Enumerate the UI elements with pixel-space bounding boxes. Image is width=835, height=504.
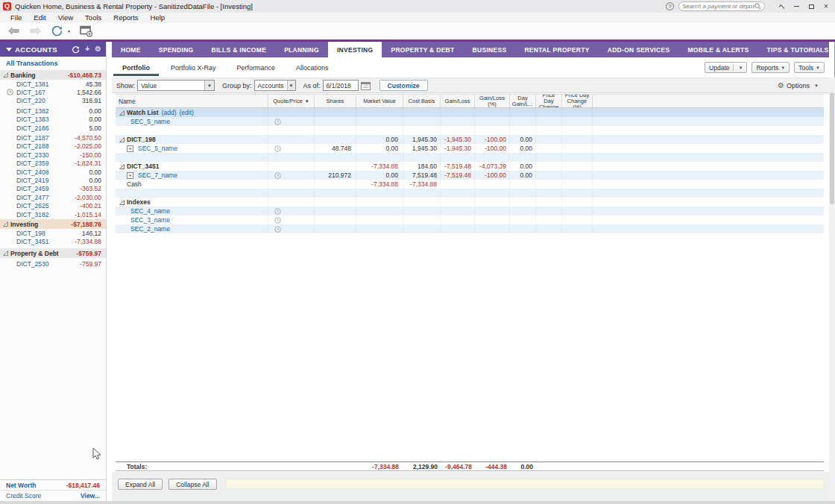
tab-mobile-alerts[interactable]: MOBILE & ALERTS [678,42,757,57]
sidebar-account-row[interactable]: DICT_24190.00 [0,176,106,184]
collapse-all-button[interactable]: Collapse All [168,479,216,490]
table-row-cash[interactable]: Cash -7,334.88 -7,334.88 [116,180,824,189]
col-market-value[interactable]: Market Value [356,95,403,107]
quote-status-icon[interactable] [274,217,281,224]
expand-plus-icon[interactable]: + [127,145,133,152]
sidebar-group-property-debt[interactable]: Property & Debt -$759.97 [0,248,106,258]
one-step-update-button[interactable] [51,25,63,37]
col-price-day-change[interactable]: Price Day Change [536,95,562,107]
net-worth-row[interactable]: Net Worth -$18,417.46 [0,480,106,491]
add-account-icon[interactable]: + [85,45,89,53]
table-row-security[interactable]: SEC_4_name [116,207,824,215]
table-row-security[interactable]: SEC_2_name [116,224,824,233]
table-row-security[interactable]: SEC_5_name [116,117,824,126]
refresh-accounts-icon[interactable] [72,45,80,54]
table-row-account-group[interactable]: DICT_3451 -7,334.88 184.60 -7,519.48 -4,… [116,162,824,171]
update-button[interactable]: Update▼ [705,62,747,73]
minimize-button[interactable] [790,1,802,11]
customize-button[interactable]: Customize [379,80,428,91]
sidebar-account-row[interactable]: DICT_2625-400.21 [0,201,106,210]
sidebar-account-row[interactable]: DICT_24080.00 [0,168,106,176]
sidebar-group-banking[interactable]: Banking -$10,468.73 [0,70,106,80]
credit-score-row[interactable]: Credit Score View... [0,491,106,501]
restore-button[interactable] [805,1,817,11]
sidebar-account-row[interactable]: DICT_2187-4,570.50 [0,133,106,142]
expand-all-button[interactable]: Expand All [118,479,163,490]
options-button[interactable]: ⚙ Options ▼ [778,82,819,89]
tab-tips-tutorials[interactable]: TIPS & TUTORIALS [758,42,835,57]
show-select[interactable]: Value ▼ [137,80,215,91]
row-name[interactable]: SEC_7_name [138,171,177,179]
close-button[interactable]: × [820,1,832,11]
col-quote-price[interactable]: Quote/Price▼ [268,95,315,107]
tab-business[interactable]: BUSINESS [464,42,516,57]
collapse-triangle-icon[interactable] [119,137,125,142]
all-transactions-link[interactable]: All Transactions [0,57,106,69]
collapse-chevron-button[interactable] [775,1,787,11]
add-link[interactable]: (add) [162,109,177,116]
table-row-security[interactable]: +SEC_5_name 48.748 0.00 1,945.30 -1,945.… [116,144,824,153]
vertical-scrollbar[interactable] [829,78,835,501]
tab-rental-property[interactable]: RENTAL PROPERTY [515,42,598,57]
reports-button[interactable]: Reports▼ [752,62,790,73]
quote-status-icon[interactable] [274,172,281,179]
group-by-select[interactable]: Accounts ▼ [254,80,296,91]
sidebar-account-row[interactable]: DICT_2188-2,025.00 [0,142,106,151]
sidebar-account-row[interactable]: DICT_3451-7,334.88 [0,238,106,246]
sidebar-account-row[interactable]: DICT_1671,542.66 [0,88,106,96]
table-row-account-group[interactable]: DICT_198 0.00 1,945.30 -1,945.30 -100.00… [116,135,824,144]
quote-status-icon[interactable] [274,226,281,233]
col-day-gain[interactable]: Day Gain/L... [510,95,536,107]
sidebar-account-row[interactable]: DICT_2359-1,824.31 [0,160,106,168]
table-row-security[interactable]: SEC_3_name [116,215,824,224]
expand-plus-icon[interactable]: + [127,172,133,179]
calendar-button[interactable] [361,81,371,90]
accounts-settings-gear-icon[interactable]: ⚙ [95,45,101,53]
tab-bills-income[interactable]: BILLS & INCOME [203,42,276,57]
tab-home[interactable]: HOME [112,42,150,57]
sidebar-account-row[interactable]: DICT_2459-363.52 [0,185,106,193]
customize-toolbar-icon[interactable] [80,25,93,37]
table-row-indexes-group[interactable]: Indexes [116,198,824,207]
col-shares[interactable]: Shares [315,95,356,107]
sidebar-account-row[interactable]: DICT_138145.38 [0,80,106,88]
search-input[interactable] [682,3,754,10]
sidebar-account-row[interactable]: DICT_2530-759.97 [0,259,106,268]
collapse-triangle-icon[interactable] [119,164,125,169]
menu-view[interactable]: View [52,13,79,22]
sidebar-group-investing[interactable]: Investing -$7,188.76 [0,219,106,229]
dropdown-arrow-icon[interactable]: ▼ [287,81,295,90]
scrollbar-thumb[interactable] [830,92,834,204]
col-name[interactable]: Name [116,95,268,107]
global-search-box[interactable] [678,1,765,11]
tab-property-debt[interactable]: PROPERTY & DEBT [382,42,463,57]
col-cost-basis[interactable]: Cost Basis [403,95,441,107]
subtab-allocations[interactable]: Allocations [286,57,339,78]
forward-button[interactable] [29,27,42,35]
sidebar-account-row[interactable]: DICT_220316.91 [0,97,106,105]
subtab-portfolio[interactable]: Portfolio [112,57,160,78]
row-name[interactable]: SEC_3_name [130,216,170,224]
sidebar-account-row[interactable]: DICT_2330-150.00 [0,151,106,159]
sidebar-account-row[interactable]: DICT_13830.00 [0,116,106,124]
back-button[interactable] [7,27,20,35]
row-name[interactable]: SEC_4_name [130,207,170,215]
collapse-triangle-icon[interactable] [119,110,125,116]
sidebar-account-row[interactable]: DICT_21865.00 [0,124,106,132]
table-row-security[interactable]: +SEC_7_name 210.972 0.00 7,519.48 -7,519… [116,171,824,180]
tab-planning[interactable]: PLANNING [275,42,328,57]
subtab-performance[interactable]: Performance [227,57,286,78]
quote-status-icon[interactable] [274,208,281,215]
help-icon[interactable]: ? [666,2,674,10]
credit-score-view-link[interactable]: View... [81,492,100,500]
dropdown-arrow-icon[interactable]: ▼ [204,81,214,90]
collapse-triangle-icon[interactable] [119,200,125,205]
menu-reports[interactable]: Reports [107,13,144,22]
update-dropdown-caret-icon[interactable]: ▼ [67,29,71,34]
row-name[interactable]: SEC_2_name [130,225,170,233]
col-gain-loss-pct[interactable]: Gain/Loss (%) [475,95,510,107]
accounts-collapse-icon[interactable] [6,48,12,51]
col-gain-loss[interactable]: Gain/Loss [441,95,475,107]
quote-status-icon[interactable] [274,119,281,125]
sidebar-account-row[interactable]: DICT_13820.00 [0,107,106,115]
